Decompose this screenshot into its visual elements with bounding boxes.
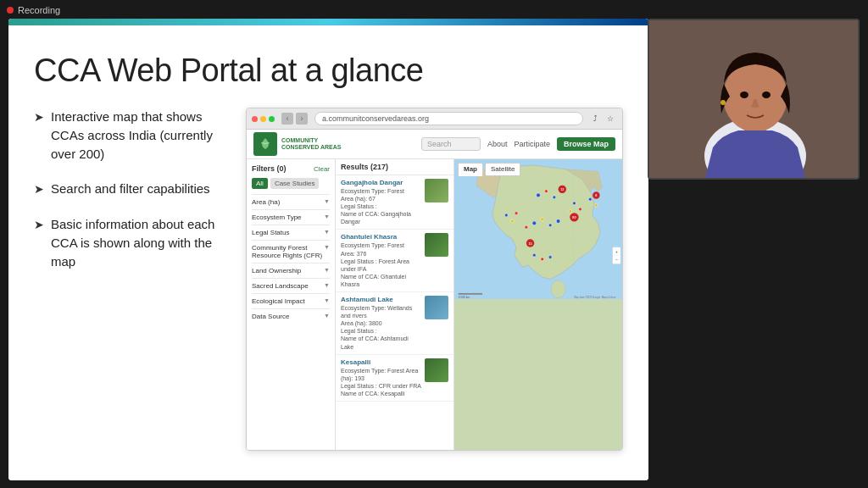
bullet-text-3: Basic information about each CCA is show… [51, 215, 229, 270]
result-info-3: Ashtamudi Lake Ecosystem Type: Wetlands … [341, 296, 421, 351]
browser-window-controls [252, 116, 275, 122]
filters-panel: Filters (0) Clear All Case Studies Area … [247, 159, 336, 450]
svg-point-25 [548, 256, 552, 259]
video-feed [648, 19, 860, 180]
svg-text:0      500 km: 0 500 km [459, 296, 470, 299]
slide-title: CCA Web Portal at a glance [34, 53, 623, 89]
filter-group-legal-title: Legal Status ▼ [252, 229, 330, 236]
result-item-1[interactable]: Gangajhola Dangar Ecosystem Type: Forest… [336, 175, 453, 230]
svg-point-9 [545, 190, 548, 193]
svg-point-23 [532, 253, 536, 257]
filter-group-cfr[interactable]: Community Forest Resource Rights (CFR) ▼ [252, 240, 330, 263]
filter-group-legal[interactable]: Legal Status ▼ [252, 225, 330, 240]
svg-point-10 [553, 196, 556, 199]
logo-text: COMMUNITY CONSERVED AREAS [281, 137, 341, 152]
svg-text:Map data ©2023 Google, Mapa Cr: Map data ©2023 Google, Mapa Criticar [574, 296, 615, 299]
svg-point-30 [515, 212, 518, 215]
chevron-down-icon-7: ▼ [324, 297, 330, 305]
result-detail-4: Ecosystem Type: Forest Area (ha): 193Leg… [341, 367, 421, 397]
clear-filters-button[interactable]: Clear [314, 165, 330, 173]
filter-group-ecosystem[interactable]: Ecosystem Type ▼ [252, 209, 330, 225]
map-tab-map[interactable]: Map [458, 163, 483, 176]
results-header: Results (217) [336, 159, 453, 175]
svg-rect-39 [459, 293, 482, 295]
svg-point-20 [573, 202, 576, 205]
chevron-down-icon-5: ▼ [324, 267, 330, 274]
recording-indicator: Recording [7, 5, 60, 15]
svg-point-21 [579, 208, 582, 211]
bullet-item-3: ➤ Basic information about each CCA is sh… [34, 215, 229, 270]
filter-group-land-title: Land Ownership ▼ [252, 267, 330, 274]
chevron-down-icon-4: ▼ [324, 244, 330, 259]
maximize-window-button[interactable] [269, 116, 275, 122]
bullet-arrow-1: ➤ [34, 108, 44, 125]
browser-mockup: ‹ › a.communitconservedareas.org ⤴ ☆ [246, 108, 623, 451]
map-panel[interactable]: Map Satellite [454, 159, 622, 450]
filter-group-land[interactable]: Land Ownership ▼ [252, 263, 330, 278]
svg-point-49 [721, 100, 726, 105]
svg-point-2 [551, 280, 565, 298]
svg-point-14 [541, 218, 544, 221]
nav-participate[interactable]: Participate [514, 140, 550, 148]
main-slide: CCA Web Portal at a glance ➤ Interactive… [8, 19, 648, 480]
bullet-arrow-2: ➤ [34, 180, 44, 197]
bullet-points: ➤ Interactive map that shows CCAs across… [34, 108, 229, 451]
filter-group-sacred[interactable]: Sacred Landscape ▼ [252, 278, 330, 293]
share-icon[interactable]: ⤴ [590, 114, 601, 124]
recording-dot [7, 7, 14, 14]
site-header: COMMUNITY CONSERVED AREAS Search About P… [247, 130, 622, 159]
result-name-1: Gangajhola Dangar [341, 179, 421, 186]
content-layout: ➤ Interactive map that shows CCAs across… [34, 108, 623, 451]
svg-text:80: 80 [572, 216, 576, 219]
bullet-item-2: ➤ Search and filter capabilities [34, 180, 229, 198]
result-thumb-4 [425, 358, 448, 382]
result-name-2: Ghantulei Khasra [341, 233, 421, 241]
result-info-4: Kesapalli Ecosystem Type: Forest Area (h… [341, 358, 421, 397]
results-panel: Results (217) Gangajhola Dangar Ecosyste… [336, 159, 454, 450]
chevron-down-icon-2: ▼ [324, 214, 330, 221]
filter-group-datasource[interactable]: Data Source ▼ [252, 308, 330, 324]
result-thumb-2 [425, 233, 448, 257]
result-item-2[interactable]: Ghantulei Khasra Ecosystem Type: ForestA… [336, 230, 453, 292]
svg-point-15 [548, 224, 552, 227]
chevron-down-icon-6: ▼ [324, 282, 330, 290]
bullet-text-2: Search and filter capabilities [51, 180, 210, 198]
svg-point-13 [532, 221, 537, 225]
site-search-input[interactable]: Search [421, 137, 481, 151]
site-nav: Search About Participate Browse Map [421, 137, 615, 151]
browser-body: Filters (0) Clear All Case Studies Area … [247, 159, 622, 450]
bullet-arrow-3: ➤ [34, 216, 44, 233]
result-item-3[interactable]: Ashtamudi Lake Ecosystem Type: Wetlands … [336, 292, 453, 355]
result-name-4: Kesapalli [341, 358, 421, 366]
bullet-item-1: ➤ Interactive map that shows CCAs across… [34, 108, 229, 163]
chevron-down-icon-3: ▼ [324, 229, 330, 236]
map-tab-satellite[interactable]: Satellite [485, 163, 520, 176]
map-tabs: Map Satellite [458, 163, 520, 176]
filters-header: Filters (0) Clear [252, 164, 330, 173]
filter-group-ecological[interactable]: Ecological Impact ▼ [252, 293, 330, 308]
svg-point-48 [762, 92, 771, 98]
filter-group-ecosystem-title: Ecosystem Type ▼ [252, 214, 330, 221]
filter-tab-case-studies[interactable]: Case Studies [270, 178, 320, 189]
filter-group-area[interactable]: Area (ha) ▼ [252, 194, 330, 209]
top-decorative-bar [8, 19, 648, 25]
nav-about[interactable]: About [487, 140, 508, 148]
url-bar[interactable]: a.communitconservedareas.org [314, 112, 583, 125]
filter-group-ecological-title: Ecological Impact ▼ [252, 297, 330, 305]
back-button[interactable]: ‹ [281, 113, 293, 125]
bookmark-icon[interactable]: ☆ [604, 114, 617, 124]
browse-map-button[interactable]: Browse Map [557, 137, 615, 151]
close-window-button[interactable] [252, 116, 258, 122]
browser-action-buttons: ⤴ ☆ [590, 114, 617, 124]
svg-point-17 [525, 225, 528, 229]
minimize-window-button[interactable] [260, 116, 266, 122]
filter-tab-all[interactable]: All [252, 178, 268, 189]
result-info-1: Gangajhola Dangar Ecosystem Type: Forest… [341, 179, 421, 225]
filter-tabs: All Case Studies [252, 178, 330, 189]
forward-button[interactable]: › [296, 113, 308, 125]
result-item-4[interactable]: Kesapalli Ecosystem Type: Forest Area (h… [336, 355, 453, 402]
result-detail-2: Ecosystem Type: ForestArea: 376Legal Sta… [341, 241, 421, 288]
slide-area: CCA Web Portal at a glance ➤ Interactive… [8, 19, 648, 480]
filters-title: Filters (0) [252, 164, 287, 173]
svg-point-29 [510, 219, 514, 223]
